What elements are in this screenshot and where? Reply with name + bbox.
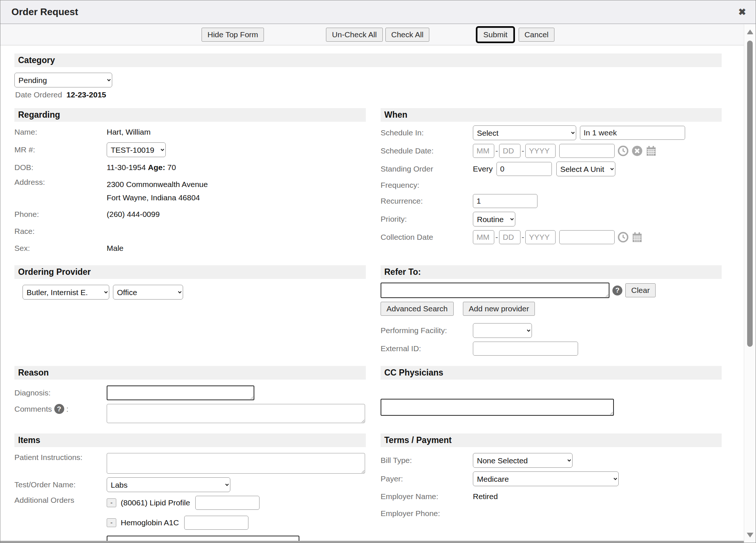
date-separator: -	[522, 233, 524, 242]
regarding-header: Regarding	[14, 108, 366, 122]
clock-icon[interactable]	[618, 145, 629, 156]
schedule-in-text-input[interactable]	[580, 126, 685, 140]
test-order-name-select[interactable]: Labs	[107, 477, 230, 492]
comments-label: Comments?:	[14, 404, 107, 414]
advanced-search-button[interactable]: Advanced Search	[381, 302, 454, 316]
address-value: 2300 Commonwealth AvenueFort Wayne, Indi…	[107, 178, 208, 204]
date-separator: -	[495, 146, 498, 155]
scrollbar-thumb[interactable]	[747, 41, 753, 347]
category-header: Category	[14, 53, 722, 67]
order-label: Hemoglobin A1C	[121, 518, 179, 527]
employer-name-value: Retired	[473, 492, 498, 501]
diagnosis-input[interactable]	[107, 385, 254, 400]
bill-type-label: Bill Type:	[381, 456, 473, 465]
clock-icon[interactable]	[618, 232, 629, 243]
close-icon[interactable]: ✖	[738, 7, 746, 17]
additional-order-row: - Hemoglobin A1C	[107, 516, 299, 530]
reason-header: Reason	[14, 366, 366, 380]
recurrence-input[interactable]	[473, 194, 537, 208]
payer-label: Payer:	[381, 474, 473, 483]
collection-year-input[interactable]	[525, 230, 556, 244]
test-order-name-label: Test/Order Name:	[14, 480, 107, 489]
sex-value: Male	[107, 244, 124, 253]
scroll-down-icon[interactable]	[747, 533, 753, 537]
help-icon[interactable]: ?	[612, 286, 622, 295]
section-terms-payment: Terms / Payment Bill Type: None Selected…	[381, 433, 722, 524]
order-qualifier-input[interactable]	[184, 516, 248, 530]
dob-label: DOB:	[14, 163, 107, 172]
cancel-button[interactable]: Cancel	[519, 28, 554, 42]
sex-label: Sex:	[14, 244, 107, 253]
provider-location-select[interactable]: Office	[113, 285, 183, 300]
refer-to-input[interactable]	[381, 283, 609, 298]
mr-number-select[interactable]: TEST-10019	[107, 142, 166, 157]
performing-facility-label: Performing Facility:	[381, 326, 473, 335]
section-when: When Schedule In: Select Schedule Date: …	[381, 108, 722, 248]
employer-name-label: Employer Name:	[381, 492, 473, 501]
collection-day-input[interactable]	[499, 230, 520, 244]
refer-to-header: Refer To:	[381, 265, 722, 279]
performing-facility-select[interactable]	[473, 323, 532, 338]
every-label: Every	[473, 165, 493, 173]
dialog-titlebar: Order Request ✖	[0, 0, 756, 24]
section-items: Items Patient Instructions: Test/Order N…	[14, 433, 366, 543]
name-label: Name:	[14, 128, 107, 136]
section-refer-to: Refer To: ? Clear Advanced Search Add ne…	[381, 265, 722, 359]
phone-label: Phone:	[14, 210, 107, 219]
collection-time-input[interactable]	[559, 230, 615, 244]
ordering-provider-select[interactable]: Butler, Internist E.	[23, 285, 109, 300]
additional-orders-list: - (80061) Lipid Profile - Hemoglobin A1C	[107, 496, 299, 543]
scroll-up-icon[interactable]	[747, 30, 753, 34]
priority-select[interactable]: Routine	[473, 212, 515, 226]
collection-month-input[interactable]	[473, 230, 494, 244]
additional-order-row: - (80061) Lipid Profile	[107, 496, 299, 510]
schedule-time-input[interactable]	[559, 144, 615, 158]
schedule-month-input[interactable]	[473, 144, 494, 158]
submit-button[interactable]: Submit	[477, 28, 513, 42]
mr-label: MR #:	[14, 145, 107, 154]
age-value: 70	[167, 163, 176, 172]
schedule-in-label: Schedule In:	[381, 128, 473, 137]
schedule-day-input[interactable]	[499, 144, 520, 158]
when-header: When	[381, 108, 722, 122]
date-separator: -	[495, 233, 498, 242]
remove-order-button[interactable]: -	[107, 498, 116, 507]
hide-top-form-button[interactable]: Hide Top Form	[202, 28, 264, 42]
calendar-icon[interactable]	[646, 145, 657, 156]
schedule-in-select[interactable]: Select	[473, 125, 576, 140]
patient-instructions-label: Patient Instructions:	[14, 453, 107, 462]
calendar-icon[interactable]	[632, 232, 643, 243]
every-input[interactable]	[496, 162, 552, 176]
vertical-scrollbar[interactable]	[744, 24, 756, 543]
clear-date-icon[interactable]	[632, 145, 643, 156]
ordering-provider-header: Ordering Provider	[14, 265, 366, 279]
check-all-button[interactable]: Check All	[385, 28, 430, 42]
patient-instructions-input[interactable]	[107, 453, 365, 474]
clear-button[interactable]: Clear	[625, 283, 656, 297]
employer-phone-label: Employer Phone:	[381, 509, 473, 518]
dialog-title: Order Request	[11, 6, 78, 18]
external-id-input[interactable]	[473, 342, 578, 356]
phone-value: (260) 444-0099	[107, 210, 160, 219]
category-select[interactable]: Pending	[14, 73, 112, 87]
unit-select[interactable]: Select A Unit	[556, 162, 615, 176]
date-ordered: Date Ordered 12-23-2015	[15, 90, 722, 99]
section-regarding: Regarding Name: Hart, William MR #: TEST…	[14, 108, 366, 259]
add-new-provider-button[interactable]: Add new provider	[463, 302, 535, 316]
payer-select[interactable]: Medicare	[473, 471, 619, 486]
patient-name: Hart, William	[107, 128, 151, 136]
comments-input[interactable]	[107, 404, 365, 423]
bill-type-select[interactable]: None Selected	[473, 453, 573, 468]
recurrence-label: Recurrence:	[381, 197, 473, 205]
toolbar: Hide Top Form Un-Check All Check All Sub…	[0, 24, 756, 45]
uncheck-all-button[interactable]: Un-Check All	[326, 28, 382, 42]
schedule-year-input[interactable]	[525, 144, 556, 158]
help-icon[interactable]: ?	[54, 404, 64, 414]
race-label: Race:	[14, 227, 107, 236]
cc-physicians-input[interactable]	[381, 399, 614, 416]
remove-order-button[interactable]: -	[107, 518, 116, 527]
items-header: Items	[14, 433, 366, 447]
order-qualifier-input[interactable]	[195, 496, 260, 510]
section-category: Category Pending Date Ordered 12-23-2015	[14, 53, 722, 99]
section-cc-physicians: CC Physicians	[381, 366, 722, 419]
